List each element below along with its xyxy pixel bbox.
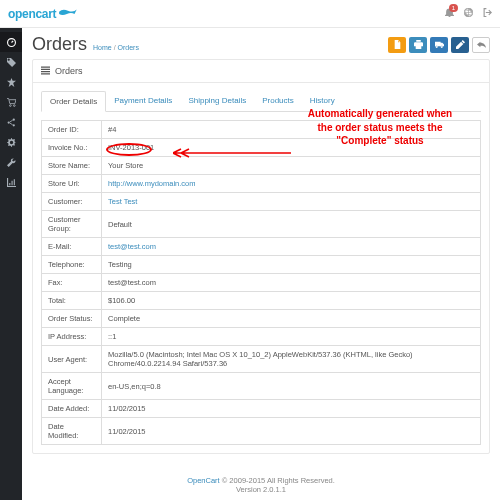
table-row: Store Url:http://www.mydomain.com	[42, 175, 481, 193]
sidebar-item-wrench[interactable]	[0, 152, 22, 172]
sidebar-item-cog[interactable]	[0, 132, 22, 152]
order-details-table: Order ID:#4Invoice No.:INV-2013-001Store…	[41, 120, 481, 445]
page-title: Orders	[32, 34, 87, 55]
notif-badge: 1	[449, 4, 458, 12]
invoice-button[interactable]	[388, 37, 406, 53]
sidebar-item-dash[interactable]	[0, 32, 22, 52]
table-row: Invoice No.:INV-2013-001	[42, 139, 481, 157]
ship-button[interactable]	[430, 37, 448, 53]
table-row: E-Mail:test@test.com	[42, 238, 481, 256]
table-row: Accept Language:en-US,en;q=0.8	[42, 373, 481, 400]
tab-history[interactable]: History	[302, 91, 343, 111]
orders-panel: Orders Order DetailsPayment DetailsShipp…	[32, 59, 490, 454]
edit-button[interactable]	[451, 37, 469, 53]
table-row: Date Modified:11/02/2015	[42, 418, 481, 445]
footer-brand-link[interactable]: OpenCart	[187, 476, 220, 485]
table-row: Store Name:Your Store	[42, 157, 481, 175]
table-row: Fax:test@test.com	[42, 274, 481, 292]
table-row: Order Status:Complete	[42, 310, 481, 328]
logo[interactable]: opencart	[8, 7, 80, 21]
tabs: Order DetailsPayment DetailsShipping Det…	[41, 91, 481, 112]
table-row: Customer:Test Test	[42, 193, 481, 211]
table-row: IP Address:::1	[42, 328, 481, 346]
logout-button[interactable]	[483, 8, 492, 19]
table-row: Date Added:11/02/2015	[42, 400, 481, 418]
footer: OpenCart © 2009-2015 All Rights Reserved…	[22, 476, 500, 494]
print-button[interactable]	[409, 37, 427, 53]
sidebar-item-chart[interactable]	[0, 172, 22, 192]
tab-payment-details[interactable]: Payment Details	[106, 91, 180, 111]
tab-products[interactable]: Products	[254, 91, 302, 111]
notifications-button[interactable]: 1	[445, 8, 454, 19]
table-row: Customer Group:Default	[42, 211, 481, 238]
breadcrumb: Home / Orders	[93, 44, 139, 51]
table-row: Telephone:Testing	[42, 256, 481, 274]
sidebar-item-cart[interactable]	[0, 92, 22, 112]
back-button[interactable]	[472, 37, 490, 53]
sidebar-item-share[interactable]	[0, 112, 22, 132]
table-row: Total:$106.00	[42, 292, 481, 310]
panel-header: Orders	[33, 60, 489, 83]
table-row: User Agent:Mozilla/5.0 (Macintosh; Intel…	[42, 346, 481, 373]
globe-icon[interactable]	[464, 8, 473, 19]
tab-shipping-details[interactable]: Shipping Details	[180, 91, 254, 111]
sidebar-item-tags[interactable]	[0, 52, 22, 72]
topbar: opencart 1	[0, 0, 500, 28]
sidebar-item-sale[interactable]	[0, 72, 22, 92]
sidebar	[0, 28, 22, 500]
tab-order-details[interactable]: Order Details	[41, 91, 106, 112]
table-row: Order ID:#4	[42, 121, 481, 139]
